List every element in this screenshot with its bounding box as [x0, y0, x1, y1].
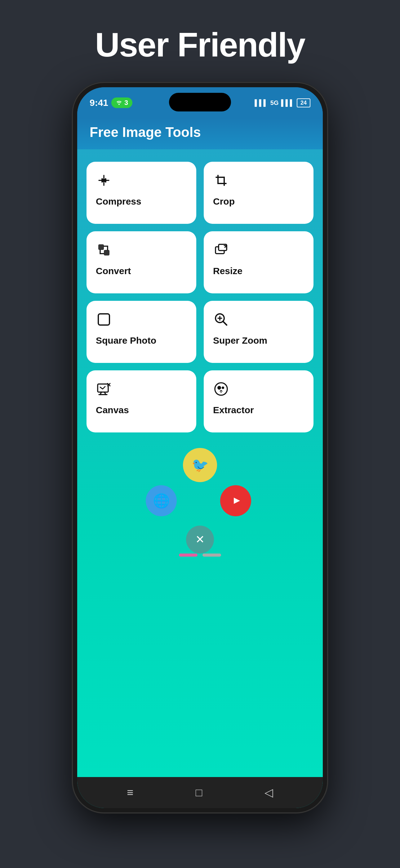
tools-grid: Compress Crop [87, 162, 313, 432]
convert-icon [96, 242, 112, 260]
page-title: User Friendly [95, 25, 305, 64]
fab-globe-icon: 🌐 [153, 493, 170, 509]
app-content: Compress Crop [77, 149, 323, 777]
tool-card-crop[interactable]: Crop [204, 162, 313, 224]
tool-label-convert: Convert [96, 266, 131, 277]
signal-icon: ▌▌▌ [255, 99, 268, 106]
phone-screen: 9:41 3 ▌▌▌ 5G ▌▌▌ [77, 87, 323, 808]
fab-main-button[interactable]: 🐦 [183, 448, 217, 482]
wifi-badge: 3 [111, 97, 132, 108]
super-zoom-icon [213, 311, 229, 330]
battery-level: 24 [300, 100, 307, 106]
compress-icon [96, 172, 112, 191]
dynamic-island [169, 93, 231, 112]
app-header: Free Image Tools [77, 118, 323, 149]
tool-card-resize[interactable]: Resize [204, 231, 313, 293]
status-bar: 9:41 3 ▌▌▌ 5G ▌▌▌ [77, 87, 323, 118]
app-header-title: Free Image Tools [90, 124, 310, 140]
phone-frame: 9:41 3 ▌▌▌ 5G ▌▌▌ [73, 83, 327, 812]
fab-close-button[interactable]: ✕ [186, 526, 214, 554]
square-photo-icon [96, 311, 112, 330]
tool-label-canvas: Canvas [96, 404, 129, 416]
fab-youtube-button[interactable] [220, 485, 251, 516]
svg-rect-2 [218, 177, 224, 183]
tool-label-resize: Resize [213, 266, 242, 277]
tool-label-super-zoom: Super Zoom [213, 335, 267, 346]
crop-icon [213, 172, 229, 191]
tool-card-convert[interactable]: Convert [87, 231, 196, 293]
svg-point-11 [218, 386, 221, 390]
cell-bars: ▌▌▌ [281, 99, 294, 106]
svg-rect-7 [98, 314, 109, 325]
svg-marker-15 [234, 498, 240, 504]
tool-label-square-photo: Square Photo [96, 335, 156, 346]
status-time: 9:41 [90, 97, 108, 108]
svg-point-10 [215, 383, 227, 395]
tool-card-canvas[interactable]: Canvas [87, 370, 196, 432]
svg-point-0 [119, 104, 120, 105]
resize-icon [213, 242, 229, 260]
tool-label-crop: Crop [213, 196, 235, 207]
extractor-icon [213, 381, 229, 400]
svg-rect-4 [104, 250, 109, 255]
fab-area: 🐦 🌐 ✕ [87, 448, 313, 547]
tool-card-compress[interactable]: Compress [87, 162, 196, 224]
status-left: 9:41 3 [90, 97, 132, 108]
svg-rect-1 [101, 179, 106, 182]
youtube-icon [229, 494, 242, 507]
nav-menu-icon[interactable]: ≡ [127, 786, 133, 799]
battery-icon: 24 [297, 98, 310, 107]
canvas-icon [96, 381, 112, 400]
tool-card-extractor[interactable]: Extractor [204, 370, 313, 432]
fab-globe-button[interactable]: 🌐 [146, 485, 177, 516]
fab-main-icon: 🐦 [192, 457, 209, 473]
tool-card-square-photo[interactable]: Square Photo [87, 301, 196, 363]
svg-point-12 [222, 386, 224, 389]
nav-bar: ≡ □ ◁ [77, 777, 323, 808]
svg-rect-3 [98, 244, 104, 250]
nav-back-icon[interactable]: ◁ [265, 786, 273, 799]
tool-card-super-zoom[interactable]: Super Zoom [204, 301, 313, 363]
wifi-icon [116, 100, 123, 105]
dot-pink [179, 554, 198, 557]
dot-gray [202, 554, 221, 557]
network-badge-count: 3 [124, 99, 128, 107]
tool-label-compress: Compress [96, 196, 141, 207]
tool-label-extractor: Extractor [213, 404, 254, 416]
network-type: 5G [270, 99, 279, 106]
status-right: ▌▌▌ 5G ▌▌▌ 24 [255, 98, 310, 107]
fab-close-icon: ✕ [195, 533, 205, 546]
nav-home-icon[interactable]: □ [196, 786, 202, 799]
bottom-dots [87, 554, 313, 560]
